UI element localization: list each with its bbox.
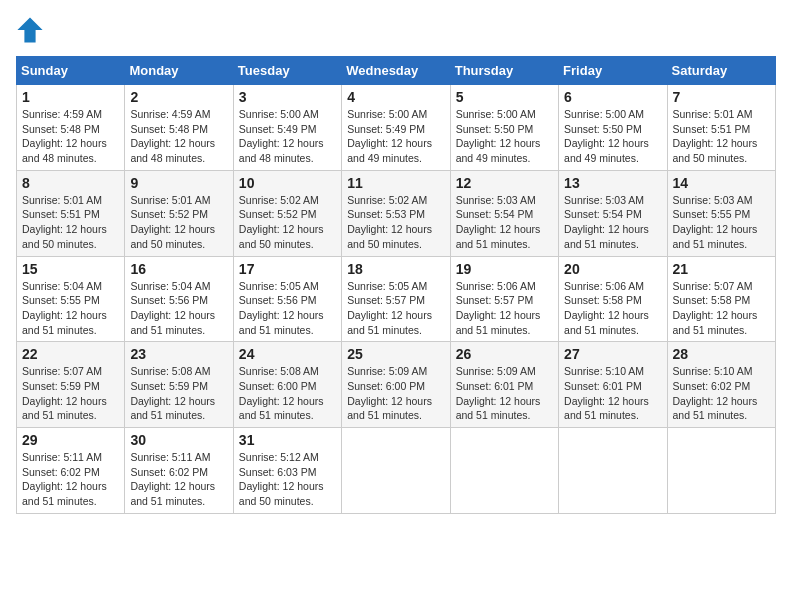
day-info: Sunrise: 5:03 AM Sunset: 5:55 PM Dayligh… (673, 193, 770, 252)
logo-icon (16, 16, 44, 44)
calendar-cell: 15 Sunrise: 5:04 AM Sunset: 5:55 PM Dayl… (17, 256, 125, 342)
day-number: 5 (456, 89, 553, 105)
calendar-cell: 31 Sunrise: 5:12 AM Sunset: 6:03 PM Dayl… (233, 428, 341, 514)
day-number: 24 (239, 346, 336, 362)
day-number: 17 (239, 261, 336, 277)
day-number: 6 (564, 89, 661, 105)
calendar-cell: 1 Sunrise: 4:59 AM Sunset: 5:48 PM Dayli… (17, 85, 125, 171)
calendar-cell (559, 428, 667, 514)
day-number: 28 (673, 346, 770, 362)
day-info: Sunrise: 5:09 AM Sunset: 6:00 PM Dayligh… (347, 364, 444, 423)
svg-marker-0 (17, 17, 42, 42)
day-number: 26 (456, 346, 553, 362)
day-info: Sunrise: 5:07 AM Sunset: 5:59 PM Dayligh… (22, 364, 119, 423)
day-info: Sunrise: 5:10 AM Sunset: 6:02 PM Dayligh… (673, 364, 770, 423)
calendar-cell: 16 Sunrise: 5:04 AM Sunset: 5:56 PM Dayl… (125, 256, 233, 342)
day-info: Sunrise: 4:59 AM Sunset: 5:48 PM Dayligh… (22, 107, 119, 166)
day-number: 18 (347, 261, 444, 277)
col-header-tuesday: Tuesday (233, 57, 341, 85)
calendar-cell: 9 Sunrise: 5:01 AM Sunset: 5:52 PM Dayli… (125, 170, 233, 256)
day-number: 25 (347, 346, 444, 362)
day-number: 7 (673, 89, 770, 105)
calendar-cell: 4 Sunrise: 5:00 AM Sunset: 5:49 PM Dayli… (342, 85, 450, 171)
calendar-cell: 25 Sunrise: 5:09 AM Sunset: 6:00 PM Dayl… (342, 342, 450, 428)
calendar-cell: 13 Sunrise: 5:03 AM Sunset: 5:54 PM Dayl… (559, 170, 667, 256)
day-number: 15 (22, 261, 119, 277)
calendar-week-row: 15 Sunrise: 5:04 AM Sunset: 5:55 PM Dayl… (17, 256, 776, 342)
logo (16, 16, 48, 44)
calendar-cell (450, 428, 558, 514)
day-number: 4 (347, 89, 444, 105)
calendar-week-row: 8 Sunrise: 5:01 AM Sunset: 5:51 PM Dayli… (17, 170, 776, 256)
day-number: 21 (673, 261, 770, 277)
day-info: Sunrise: 5:08 AM Sunset: 5:59 PM Dayligh… (130, 364, 227, 423)
col-header-friday: Friday (559, 57, 667, 85)
day-number: 23 (130, 346, 227, 362)
calendar-cell: 7 Sunrise: 5:01 AM Sunset: 5:51 PM Dayli… (667, 85, 775, 171)
day-number: 22 (22, 346, 119, 362)
day-number: 12 (456, 175, 553, 191)
calendar-cell: 8 Sunrise: 5:01 AM Sunset: 5:51 PM Dayli… (17, 170, 125, 256)
day-number: 27 (564, 346, 661, 362)
day-info: Sunrise: 5:01 AM Sunset: 5:52 PM Dayligh… (130, 193, 227, 252)
day-number: 20 (564, 261, 661, 277)
day-info: Sunrise: 4:59 AM Sunset: 5:48 PM Dayligh… (130, 107, 227, 166)
day-info: Sunrise: 5:02 AM Sunset: 5:52 PM Dayligh… (239, 193, 336, 252)
day-info: Sunrise: 5:11 AM Sunset: 6:02 PM Dayligh… (22, 450, 119, 509)
day-number: 10 (239, 175, 336, 191)
calendar-cell: 24 Sunrise: 5:08 AM Sunset: 6:00 PM Dayl… (233, 342, 341, 428)
col-header-sunday: Sunday (17, 57, 125, 85)
calendar-cell: 26 Sunrise: 5:09 AM Sunset: 6:01 PM Dayl… (450, 342, 558, 428)
calendar-week-row: 1 Sunrise: 4:59 AM Sunset: 5:48 PM Dayli… (17, 85, 776, 171)
page-header (16, 16, 776, 44)
calendar-cell: 22 Sunrise: 5:07 AM Sunset: 5:59 PM Dayl… (17, 342, 125, 428)
day-info: Sunrise: 5:01 AM Sunset: 5:51 PM Dayligh… (22, 193, 119, 252)
day-number: 11 (347, 175, 444, 191)
col-header-saturday: Saturday (667, 57, 775, 85)
day-info: Sunrise: 5:05 AM Sunset: 5:57 PM Dayligh… (347, 279, 444, 338)
day-info: Sunrise: 5:10 AM Sunset: 6:01 PM Dayligh… (564, 364, 661, 423)
day-info: Sunrise: 5:00 AM Sunset: 5:50 PM Dayligh… (564, 107, 661, 166)
day-info: Sunrise: 5:03 AM Sunset: 5:54 PM Dayligh… (456, 193, 553, 252)
day-info: Sunrise: 5:01 AM Sunset: 5:51 PM Dayligh… (673, 107, 770, 166)
calendar-cell (667, 428, 775, 514)
calendar-cell: 2 Sunrise: 4:59 AM Sunset: 5:48 PM Dayli… (125, 85, 233, 171)
day-info: Sunrise: 5:00 AM Sunset: 5:49 PM Dayligh… (347, 107, 444, 166)
calendar-cell: 17 Sunrise: 5:05 AM Sunset: 5:56 PM Dayl… (233, 256, 341, 342)
day-number: 16 (130, 261, 227, 277)
calendar-cell: 20 Sunrise: 5:06 AM Sunset: 5:58 PM Dayl… (559, 256, 667, 342)
col-header-thursday: Thursday (450, 57, 558, 85)
day-info: Sunrise: 5:03 AM Sunset: 5:54 PM Dayligh… (564, 193, 661, 252)
calendar-cell: 6 Sunrise: 5:00 AM Sunset: 5:50 PM Dayli… (559, 85, 667, 171)
day-info: Sunrise: 5:05 AM Sunset: 5:56 PM Dayligh… (239, 279, 336, 338)
day-info: Sunrise: 5:09 AM Sunset: 6:01 PM Dayligh… (456, 364, 553, 423)
calendar-cell: 11 Sunrise: 5:02 AM Sunset: 5:53 PM Dayl… (342, 170, 450, 256)
day-info: Sunrise: 5:12 AM Sunset: 6:03 PM Dayligh… (239, 450, 336, 509)
calendar-cell: 14 Sunrise: 5:03 AM Sunset: 5:55 PM Dayl… (667, 170, 775, 256)
day-info: Sunrise: 5:07 AM Sunset: 5:58 PM Dayligh… (673, 279, 770, 338)
calendar-week-row: 22 Sunrise: 5:07 AM Sunset: 5:59 PM Dayl… (17, 342, 776, 428)
day-info: Sunrise: 5:06 AM Sunset: 5:58 PM Dayligh… (564, 279, 661, 338)
day-number: 30 (130, 432, 227, 448)
calendar-header-row: SundayMondayTuesdayWednesdayThursdayFrid… (17, 57, 776, 85)
col-header-monday: Monday (125, 57, 233, 85)
day-number: 14 (673, 175, 770, 191)
calendar-cell (342, 428, 450, 514)
calendar-table: SundayMondayTuesdayWednesdayThursdayFrid… (16, 56, 776, 514)
day-number: 31 (239, 432, 336, 448)
calendar-cell: 23 Sunrise: 5:08 AM Sunset: 5:59 PM Dayl… (125, 342, 233, 428)
day-info: Sunrise: 5:00 AM Sunset: 5:49 PM Dayligh… (239, 107, 336, 166)
day-number: 1 (22, 89, 119, 105)
calendar-cell: 27 Sunrise: 5:10 AM Sunset: 6:01 PM Dayl… (559, 342, 667, 428)
calendar-cell: 3 Sunrise: 5:00 AM Sunset: 5:49 PM Dayli… (233, 85, 341, 171)
calendar-cell: 28 Sunrise: 5:10 AM Sunset: 6:02 PM Dayl… (667, 342, 775, 428)
calendar-cell: 5 Sunrise: 5:00 AM Sunset: 5:50 PM Dayli… (450, 85, 558, 171)
day-info: Sunrise: 5:04 AM Sunset: 5:56 PM Dayligh… (130, 279, 227, 338)
day-number: 3 (239, 89, 336, 105)
calendar-cell: 21 Sunrise: 5:07 AM Sunset: 5:58 PM Dayl… (667, 256, 775, 342)
day-number: 29 (22, 432, 119, 448)
day-info: Sunrise: 5:04 AM Sunset: 5:55 PM Dayligh… (22, 279, 119, 338)
col-header-wednesday: Wednesday (342, 57, 450, 85)
calendar-cell: 12 Sunrise: 5:03 AM Sunset: 5:54 PM Dayl… (450, 170, 558, 256)
calendar-cell: 29 Sunrise: 5:11 AM Sunset: 6:02 PM Dayl… (17, 428, 125, 514)
